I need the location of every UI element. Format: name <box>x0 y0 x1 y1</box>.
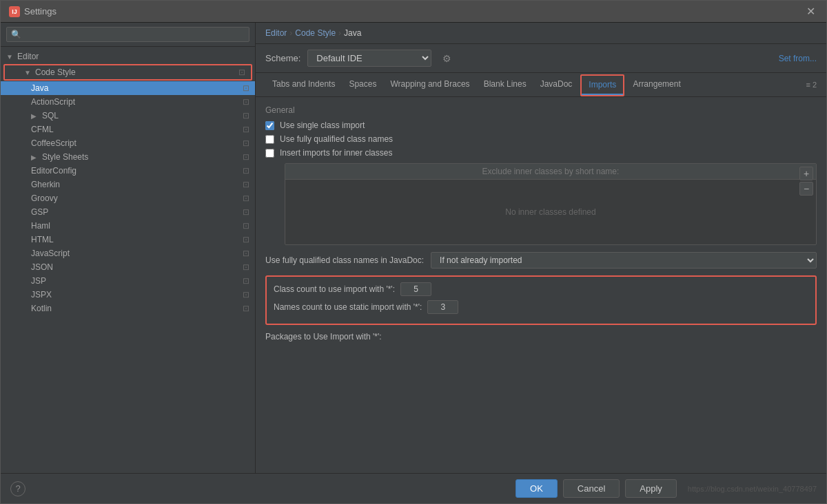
copy-icon: ⊡ <box>243 125 249 134</box>
set-from-link[interactable]: Set from... <box>779 54 817 63</box>
sidebar-item-cfml[interactable]: CFML ⊡ <box>1 123 255 136</box>
breadcrumb: Editor › Code Style › Java <box>256 23 826 44</box>
copy-icon: ⊡ <box>243 249 249 258</box>
sidebar-item-json[interactable]: JSON ⊡ <box>1 260 255 274</box>
sidebar-item-label: HTML <box>31 235 54 244</box>
scheme-label: Scheme: <box>265 53 300 63</box>
general-label: General <box>265 105 817 115</box>
sidebar: ▼ Editor ▼ Code Style ⊡ Java ⊡ <box>1 23 256 473</box>
sidebar-item-editorconfig[interactable]: EditorConfig ⊡ <box>1 164 255 178</box>
sidebar-item-label: Style Sheets <box>42 152 88 162</box>
copy-icon: ⊡ <box>243 262 249 272</box>
sidebar-item-jspx[interactable]: JSPX ⊡ <box>1 288 255 302</box>
names-count-label: Names count to use static import with '*… <box>274 302 422 312</box>
copy-icon: ⊡ <box>243 166 249 176</box>
remove-inner-class-button[interactable]: − <box>799 182 813 196</box>
tab-tabs-indents[interactable]: Tabs and Indents <box>265 75 342 94</box>
cancel-button[interactable]: Cancel <box>563 479 620 498</box>
use-single-checkbox[interactable] <box>265 121 274 130</box>
sidebar-item-java[interactable]: Java ⊡ <box>1 81 255 95</box>
names-count-row: Names count to use static import with '*… <box>274 300 808 314</box>
bottom-bar: ? OK Cancel Apply https://blog.csdn.net/… <box>1 473 826 503</box>
sidebar-item-sql[interactable]: ▶ SQL ⊡ <box>1 109 255 123</box>
sidebar-item-actionscript[interactable]: ActionScript ⊡ <box>1 95 255 109</box>
sidebar-item-label: CFML <box>31 125 54 134</box>
sidebar-item-label: EditorConfig <box>31 166 76 176</box>
add-inner-class-button[interactable]: + <box>799 167 813 180</box>
scheme-dropdown[interactable]: Default IDE Project <box>307 50 431 67</box>
window-title: Settings <box>24 6 57 17</box>
breadcrumb-codestyle: Code Style <box>295 28 336 38</box>
sidebar-item-editor[interactable]: ▼ Editor <box>1 50 255 63</box>
copy-icon: ⊡ <box>243 235 249 244</box>
ok-button[interactable]: OK <box>515 479 558 498</box>
copy-icon: ⊡ <box>243 304 249 313</box>
copy-icon: ⊡ <box>243 83 249 93</box>
sidebar-tree: ▼ Editor ▼ Code Style ⊡ Java ⊡ <box>1 47 255 473</box>
tab-arrangement[interactable]: Arrangement <box>626 75 687 94</box>
help-button[interactable]: ? <box>10 481 25 496</box>
tab-blank-lines[interactable]: Blank Lines <box>477 75 533 94</box>
class-count-row: Class count to use import with '*': <box>274 282 808 296</box>
watermark: https://blog.csdn.net/weixin_40778497 <box>688 485 817 493</box>
search-bar <box>1 23 255 47</box>
search-input[interactable] <box>6 27 249 42</box>
sidebar-item-coffeescript[interactable]: CoffeeScript ⊡ <box>1 136 255 150</box>
gear-button[interactable]: ⚙ <box>438 52 456 65</box>
title-bar-left: IJ Settings <box>9 6 57 17</box>
scheme-row: Scheme: Default IDE Project ⚙ Set from..… <box>256 44 826 73</box>
sidebar-item-gsp[interactable]: GSP ⊡ <box>1 205 255 219</box>
count-settings-box: Class count to use import with '*': Name… <box>265 275 817 325</box>
tab-spaces[interactable]: Spaces <box>342 75 383 94</box>
copy-icon: ⊡ <box>243 138 249 148</box>
class-count-input[interactable] <box>400 282 431 296</box>
use-qualified-checkbox[interactable] <box>265 135 274 144</box>
breadcrumb-java: Java <box>344 28 361 38</box>
copy-icon: ⊡ <box>243 193 249 203</box>
breadcrumb-sep-2: › <box>338 28 341 38</box>
apply-button[interactable]: Apply <box>625 479 677 498</box>
insert-imports-checkbox[interactable] <box>265 149 274 158</box>
inner-classes-box: Exclude inner classes by short name: No … <box>285 163 817 245</box>
sidebar-item-stylesheets[interactable]: ▶ Style Sheets ⊡ <box>1 150 255 164</box>
sidebar-item-jsp[interactable]: JSP ⊡ <box>1 274 255 288</box>
copy-icon: ⊡ <box>238 67 245 77</box>
breadcrumb-editor: Editor <box>265 28 287 38</box>
checkbox-row-single: Use single class import <box>265 120 817 130</box>
settings-dialog: IJ Settings ✕ ▼ Editor ▼ Cod <box>0 0 827 504</box>
copy-icon: ⊡ <box>243 111 249 120</box>
tab-imports[interactable]: Imports <box>582 76 623 95</box>
tab-wrapping-braces[interactable]: Wrapping and Braces <box>383 75 476 94</box>
copy-icon: ⊡ <box>243 97 249 107</box>
tab-overflow[interactable]: ≡ 2 <box>806 81 817 89</box>
sidebar-item-gherkin[interactable]: Gherkin ⊡ <box>1 178 255 191</box>
close-button[interactable]: ✕ <box>804 5 818 18</box>
inner-classes-empty: No inner classes defined <box>285 180 816 244</box>
sidebar-item-groovy[interactable]: Groovy ⊡ <box>1 191 255 205</box>
title-bar: IJ Settings ✕ <box>1 1 826 23</box>
javadoc-dropdown[interactable]: If not already imported Always Never <box>431 252 817 269</box>
sidebar-item-kotlin[interactable]: Kotlin ⊡ <box>1 302 255 315</box>
copy-icon: ⊡ <box>243 207 249 217</box>
app-icon: IJ <box>9 6 20 17</box>
sidebar-item-html[interactable]: HTML ⊡ <box>1 233 255 246</box>
sidebar-item-label: SQL <box>42 111 59 120</box>
sidebar-item-haml[interactable]: Haml ⊡ <box>1 219 255 233</box>
sidebar-item-label: JSPX <box>31 290 52 300</box>
content-area: General Use single class import Use full… <box>256 97 826 473</box>
insert-imports-label: Insert imports for inner classes <box>280 148 392 158</box>
javadoc-row: Use fully qualified class names in JavaD… <box>265 252 817 269</box>
expand-icon: ▶ <box>31 154 39 161</box>
sidebar-item-javascript[interactable]: JavaScript ⊡ <box>1 246 255 260</box>
tabs-bar: Tabs and Indents Spaces Wrapping and Bra… <box>256 73 826 97</box>
copy-icon: ⊡ <box>243 290 249 300</box>
sidebar-item-code-style[interactable]: ▼ Code Style ⊡ <box>5 65 251 79</box>
sidebar-item-label: Editor <box>17 52 39 61</box>
class-count-label: Class count to use import with '*': <box>274 284 395 294</box>
sidebar-item-label: Code Style <box>35 67 76 77</box>
tab-javadoc[interactable]: JavaDoc <box>533 75 580 94</box>
copy-icon: ⊡ <box>243 221 249 231</box>
checkbox-row-inner: Insert imports for inner classes <box>265 148 817 158</box>
sidebar-item-label: Haml <box>31 221 50 231</box>
names-count-input[interactable] <box>427 300 458 314</box>
